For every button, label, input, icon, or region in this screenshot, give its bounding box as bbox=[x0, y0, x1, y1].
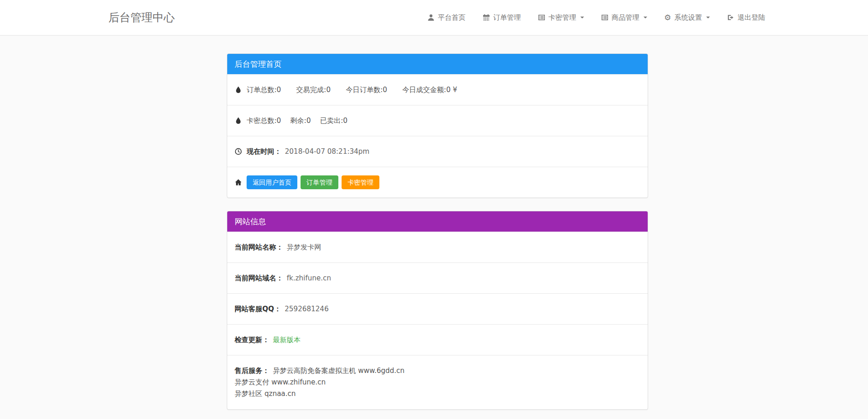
site-domain-value: fk.zhifune.cn bbox=[287, 274, 331, 282]
check-update-label: 检查更新： bbox=[235, 336, 269, 344]
droplet-icon bbox=[235, 117, 242, 124]
nav-item-card-management[interactable]: 卡密管理 bbox=[538, 13, 584, 22]
nav-item-label: 退出登陆 bbox=[738, 13, 765, 22]
card-stats-row: 卡密总数:0 剩余:0 已卖出:0 bbox=[227, 105, 648, 136]
logout-icon bbox=[727, 14, 734, 21]
nav-item-order-management[interactable]: 订单管理 bbox=[483, 13, 521, 22]
dashboard-panel-title: 后台管理首页 bbox=[235, 59, 282, 70]
brand-title[interactable]: 后台管理中心 bbox=[108, 10, 175, 25]
chevron-down-icon bbox=[580, 17, 584, 18]
service-qq-value: 2592681246 bbox=[285, 305, 329, 313]
user-icon bbox=[427, 14, 435, 21]
nav-item-label: 卡密管理 bbox=[549, 13, 576, 22]
nav-item-logout[interactable]: 退出登陆 bbox=[727, 13, 765, 22]
calendar-icon bbox=[483, 14, 490, 21]
site-name-label: 当前网站名称： bbox=[235, 243, 283, 252]
chevron-down-icon bbox=[644, 17, 647, 18]
site-info-panel-header: 网站信息 bbox=[227, 211, 648, 232]
site-name-value: 异梦发卡网 bbox=[287, 243, 321, 252]
order-stats-row: 订单总数:0 交易完成:0 今日订单数:0 今日成交金额:0 ¥ bbox=[227, 74, 648, 105]
chevron-down-icon bbox=[706, 17, 710, 18]
service-qq-row: 网站客服QQ： 2592681246 bbox=[227, 293, 648, 324]
site-domain-row: 当前网站域名： fk.zhifune.cn bbox=[227, 262, 648, 293]
droplet-icon bbox=[235, 86, 242, 93]
nav-item-platform-home[interactable]: 平台首页 bbox=[427, 13, 466, 22]
site-info-panel-title: 网站信息 bbox=[235, 216, 266, 227]
stat-order-total: 订单总数:0 bbox=[247, 86, 281, 94]
list-icon bbox=[538, 14, 545, 21]
main-nav: 平台首页 订单管理 卡密管理 bbox=[427, 13, 765, 22]
home-icon bbox=[235, 179, 242, 186]
after-sale-label: 售后服务： bbox=[235, 367, 269, 375]
stat-trade-complete: 交易完成:0 bbox=[296, 86, 331, 94]
dashboard-panel: 后台管理首页 订单总数:0 交易完成:0 今日订单数:0 今日成交金额:0 ¥ … bbox=[227, 53, 648, 198]
nav-item-product-management[interactable]: 商品管理 bbox=[601, 13, 647, 22]
top-navbar: 后台管理中心 平台首页 订单管理 bbox=[0, 0, 868, 35]
quick-links-row: 返回用户首页 订单管理 卡密管理 bbox=[227, 167, 648, 198]
stat-card-total: 卡密总数:0 bbox=[247, 116, 281, 125]
service-line-3: 异梦社区 qznaa.cn bbox=[235, 388, 640, 400]
back-to-user-home-button[interactable]: 返回用户首页 bbox=[247, 175, 297, 189]
stat-today-orders: 今日订单数:0 bbox=[346, 86, 387, 94]
card-management-button[interactable]: 卡密管理 bbox=[342, 175, 379, 189]
check-update-row: 检查更新： 最新版本 bbox=[227, 324, 648, 355]
site-info-panel: 网站信息 当前网站名称： 异梦发卡网 当前网站域名： fk.zhifune.cn… bbox=[227, 211, 648, 410]
current-time-row: 现在时间： 2018-04-07 08:21:34pm bbox=[227, 136, 648, 167]
nav-item-system-settings[interactable]: ⚙ 系统设置 bbox=[664, 13, 710, 22]
stat-card-sold: 已卖出:0 bbox=[320, 116, 348, 125]
latest-version-link[interactable]: 最新版本 bbox=[273, 336, 301, 344]
service-line-2: 异梦云支付 www.zhifune.cn bbox=[235, 377, 640, 388]
main-content: 后台管理首页 订单总数:0 交易完成:0 今日订单数:0 今日成交金额:0 ¥ … bbox=[227, 35, 648, 410]
nav-item-label: 平台首页 bbox=[438, 13, 466, 22]
list-icon bbox=[601, 14, 608, 21]
site-domain-label: 当前网站域名： bbox=[235, 274, 283, 283]
service-host-text: 异梦云高防免备案虚拟主机 www.6gdd.cn bbox=[273, 367, 405, 375]
service-qq-label: 网站客服QQ： bbox=[235, 305, 281, 314]
clock-icon bbox=[235, 148, 242, 155]
site-name-row: 当前网站名称： 异梦发卡网 bbox=[227, 232, 648, 262]
nav-item-label: 订单管理 bbox=[493, 13, 521, 22]
after-sale-service-row: 售后服务：异梦云高防免备案虚拟主机 www.6gdd.cn 异梦云支付 www.… bbox=[227, 355, 648, 409]
nav-item-label: 系统设置 bbox=[674, 13, 702, 22]
order-management-button[interactable]: 订单管理 bbox=[301, 175, 338, 189]
nav-item-label: 商品管理 bbox=[612, 13, 639, 22]
dashboard-panel-header: 后台管理首页 bbox=[227, 54, 648, 74]
stat-card-remaining: 剩余:0 bbox=[290, 116, 311, 125]
service-line-1: 售后服务：异梦云高防免备案虚拟主机 www.6gdd.cn bbox=[235, 365, 640, 377]
current-time-value: 2018-04-07 08:21:34pm bbox=[285, 147, 369, 156]
stat-today-amount: 今日成交金额:0 ¥ bbox=[402, 86, 457, 94]
gear-icon: ⚙ bbox=[664, 14, 671, 21]
current-time-label: 现在时间： bbox=[247, 147, 281, 156]
